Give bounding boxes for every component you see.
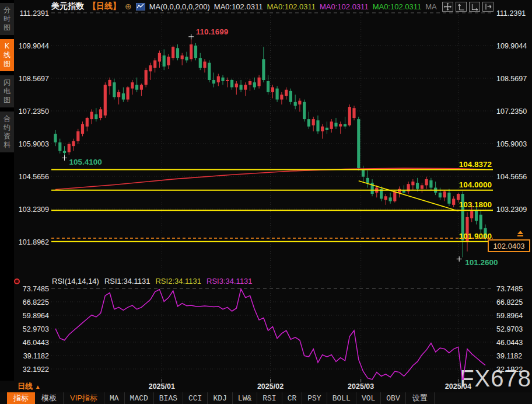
svg-text:46.0443: 46.0443 — [23, 339, 49, 347]
svg-text:108.5697: 108.5697 — [19, 75, 49, 83]
ma-label-truncated: MA — [425, 2, 437, 11]
ma-formula: MA(0,0,0,0,0,200) — [149, 2, 210, 11]
chart-tool-buttons — [442, 2, 494, 12]
rsi1-value: RSI1:34.1131 — [104, 277, 150, 285]
add-indicator-icon[interactable]: ⊕ — [125, 2, 132, 11]
svg-text:103.2309: 103.2309 — [19, 206, 49, 214]
tab-boll[interactable]: BOLL — [327, 392, 356, 404]
svg-text:66.8225: 66.8225 — [496, 298, 523, 307]
svg-text:110.1699: 110.1699 — [196, 27, 229, 36]
chart-legend-bar: 美元指数 【日线】 ⊕ MA(0,0,0,0,0,200) MA0:102.03… — [51, 1, 437, 12]
svg-text:2025/04: 2025/04 — [445, 382, 471, 391]
svg-text:105.9003: 105.9003 — [496, 140, 527, 148]
svg-text:101.2600: 101.2600 — [465, 258, 498, 267]
rsi-legend: RSI(14,14,14) RSI1:34.1131 RSI2:34.1131 … — [52, 277, 253, 285]
sidebar-tab-flash[interactable]: 闪电图 — [0, 75, 14, 107]
rsi3-value: RSI3:34.1131 — [206, 277, 253, 285]
sidebar-tab-timeline[interactable]: 分时图 — [0, 3, 14, 35]
svg-text:39.1182: 39.1182 — [23, 352, 49, 360]
rsi-formula: RSI(14,14,14) — [52, 277, 99, 285]
tab-ma[interactable]: MA — [104, 392, 125, 404]
svg-text:109.9044: 109.9044 — [496, 42, 527, 50]
tab-kdj[interactable]: KDJ — [208, 392, 232, 404]
svg-text:66.8225: 66.8225 — [23, 298, 49, 307]
sidebar-tab-kline[interactable]: K线图 — [0, 39, 14, 71]
svg-text:52.9703: 52.9703 — [496, 325, 523, 333]
svg-text:52.9703: 52.9703 — [23, 325, 49, 333]
tab-bias[interactable]: BIAS — [154, 392, 183, 404]
svg-text:111.2391: 111.2391 — [496, 9, 526, 18]
current-price-box: 102.0403 — [488, 239, 530, 252]
rsi-axis-labels: 73.748573.748566.822566.822559.896459.89… — [23, 285, 523, 374]
svg-text:73.7485: 73.7485 — [496, 285, 523, 293]
tab-cr[interactable]: CR — [282, 392, 303, 404]
main-gridlines — [51, 13, 493, 242]
tab-macd[interactable]: MACD — [125, 392, 154, 404]
move-crosshair-icon[interactable] — [442, 2, 453, 12]
price-chart-canvas[interactable]: 104.8372104.0000103.1800101.9000110.1699… — [0, 0, 532, 404]
tab-template[interactable]: 模板 — [35, 392, 64, 404]
svg-text:104.5656: 104.5656 — [496, 173, 527, 181]
svg-text:109.9044: 109.9044 — [19, 42, 49, 50]
svg-text:107.2350: 107.2350 — [19, 107, 49, 116]
tab-cci[interactable]: CCI — [183, 392, 208, 404]
time-axis-scale-icon[interactable] — [469, 2, 480, 12]
svg-text:105.4100: 105.4100 — [69, 158, 102, 166]
svg-text:103.1800: 103.1800 — [459, 200, 492, 209]
tab-lw[interactable]: LW& — [233, 392, 257, 404]
period-selector[interactable]: 日线 ▲ — [18, 381, 41, 392]
svg-text:59.8964: 59.8964 — [23, 312, 49, 320]
period-tag: 【日线】 — [88, 1, 121, 12]
svg-text:32.1922: 32.1922 — [496, 365, 523, 374]
svg-text:108.5697: 108.5697 — [496, 75, 527, 83]
price-axis-scale-icon[interactable] — [456, 2, 467, 12]
symbol-title: 美元指数 — [51, 1, 84, 12]
svg-text:104.0000: 104.0000 — [459, 180, 492, 189]
svg-text:101.8962: 101.8962 — [19, 238, 49, 246]
svg-text:2025/03: 2025/03 — [348, 382, 374, 391]
sidebar-tab-contract-info[interactable]: 合约资料 — [0, 112, 14, 152]
tab-vol[interactable]: VOL — [356, 392, 381, 404]
shift-chart-icon[interactable] — [482, 2, 494, 12]
svg-text:59.8964: 59.8964 — [496, 312, 523, 320]
ma-indicator-icon[interactable] — [136, 3, 145, 11]
tab-indicator[interactable]: 指标 — [7, 392, 35, 404]
svg-text:46.0443: 46.0443 — [496, 339, 523, 347]
tab-obv[interactable]: OBV — [381, 392, 405, 404]
svg-text:2025/02: 2025/02 — [257, 382, 284, 391]
ma0-value-4: MA0:102.0311 — [373, 2, 422, 11]
svg-text:105.9003: 105.9003 — [19, 140, 49, 148]
tab-psy[interactable]: PSY — [302, 392, 327, 404]
indicator-toolbar: 指标 模板 VIP指标 MA MACD BIAS CCI KDJ LW& RSI… — [0, 392, 532, 404]
ma0-value-1: MA0:102.0311 — [214, 2, 263, 11]
rsi-gridlines — [51, 288, 493, 369]
tab-rsi[interactable]: RSI — [257, 392, 282, 404]
svg-text:104.8372: 104.8372 — [459, 160, 492, 169]
svg-text:73.7485: 73.7485 — [23, 285, 49, 293]
tab-vip-indicator[interactable]: VIP指标 — [64, 392, 104, 404]
price-annotations: 110.1699105.4100101.2600 — [62, 27, 498, 267]
rsi-settings-icon[interactable] — [14, 278, 20, 284]
svg-text:107.2350: 107.2350 — [496, 107, 527, 116]
ma0-value-2: MA0:102.0311 — [267, 2, 316, 11]
chart-type-sidebar: 分时图 K线图 闪电图 合约资料 — [0, 0, 14, 381]
svg-text:111.2391: 111.2391 — [20, 9, 49, 18]
rsi2-value: RSI2:34.1131 — [155, 277, 201, 285]
ma0-value-3: MA0:102.0311 — [320, 2, 369, 11]
period-selector-label: 日线 — [18, 382, 33, 391]
svg-text:103.2309: 103.2309 — [496, 206, 527, 214]
period-up-arrow-icon: ▲ — [35, 384, 41, 390]
svg-text:2025/01: 2025/01 — [149, 382, 175, 391]
tab-settings[interactable]: 设置 — [406, 392, 435, 404]
x-axis-date-labels: 2025/012025/022025/032025/04 — [149, 382, 471, 391]
svg-text:101.9000: 101.9000 — [459, 232, 492, 241]
svg-text:104.5656: 104.5656 — [19, 173, 49, 181]
svg-text:39.1182: 39.1182 — [496, 352, 522, 360]
svg-text:32.1922: 32.1922 — [23, 365, 49, 374]
